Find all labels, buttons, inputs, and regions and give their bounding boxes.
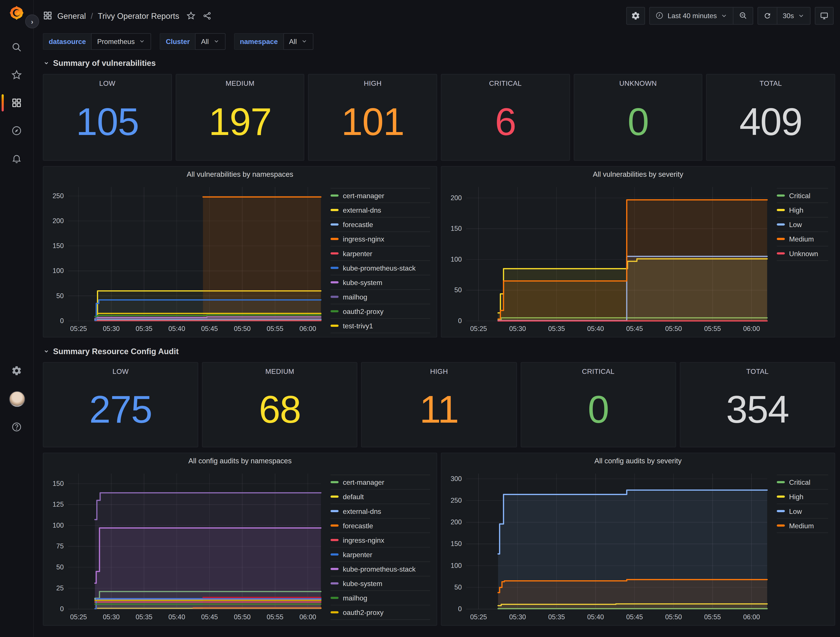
legend-item-mailhog[interactable]: mailhog (330, 590, 430, 605)
svg-text:0: 0 (458, 317, 462, 324)
legend-item-karpenter[interactable]: karpenter (330, 246, 430, 260)
legend-item-forecastle[interactable]: forecastle (330, 518, 430, 533)
share-icon[interactable] (202, 11, 212, 20)
time-series-plot[interactable]: 05010015020005:2505:3005:3505:4005:4505:… (444, 182, 772, 335)
legend-label: external-dns (343, 507, 381, 515)
sidebar-starred-icon[interactable] (0, 63, 33, 87)
legend-item-kube-system[interactable]: kube-system (330, 275, 430, 289)
tv-mode-button[interactable] (815, 7, 834, 24)
time-range-picker[interactable]: Last 40 minutes (650, 7, 733, 24)
variable-cluster-label[interactable]: Cluster (160, 33, 195, 50)
legend-item-test-trivy1[interactable]: test-trivy1 (330, 318, 430, 334)
legend-item-external-dns[interactable]: external-dns (330, 202, 430, 217)
stat-title: CRITICAL (582, 367, 614, 376)
svg-text:50: 50 (454, 286, 462, 294)
section-config-audit-header[interactable]: Summary Resource Config Audit (43, 343, 835, 359)
panel-title[interactable]: All config audits by namespaces (43, 453, 437, 468)
clock-icon (655, 11, 664, 20)
legend-item-oauth2-proxy[interactable]: oauth2-proxy (330, 304, 430, 318)
breadcrumb-dashboard-title[interactable]: Trivy Operator Reports (98, 11, 179, 20)
variable-namespace-label[interactable]: namespace (234, 33, 283, 50)
breadcrumb-folder[interactable]: General (57, 11, 86, 20)
variable-datasource-label[interactable]: datasource (43, 33, 91, 50)
panel-title[interactable]: All config audits by severity (441, 453, 835, 468)
legend-label: Medium (789, 235, 814, 243)
panel-title[interactable]: All vulnerabilities by severity (441, 167, 835, 182)
stat-panel-total: TOTAL354 (680, 362, 835, 447)
variable-datasource-value[interactable]: Prometheus (91, 33, 152, 50)
svg-text:75: 75 (56, 542, 64, 550)
variable-namespace-value[interactable]: All (283, 33, 313, 50)
legend-item-kube-prometheus-stack[interactable]: kube-prometheus-stack (330, 260, 430, 275)
breadcrumb: General / Trivy Operator Reports (43, 11, 211, 21)
legend-item-external-dns[interactable]: external-dns (330, 504, 430, 518)
legend-item-default[interactable]: default (330, 489, 430, 504)
legend-item-Medium[interactable]: Medium (777, 231, 828, 246)
stat-value: 275 (89, 376, 152, 447)
legend-item-oauth2-proxy[interactable]: oauth2-proxy (330, 605, 430, 620)
sidebar-dashboards-icon[interactable] (0, 91, 33, 115)
legend-label: Critical (789, 191, 810, 200)
star-dashboard-icon[interactable] (186, 11, 195, 20)
legend-item-Critical[interactable]: Critical (777, 188, 828, 202)
legend-swatch (330, 524, 339, 527)
sidebar-settings-icon[interactable] (0, 359, 33, 383)
stat-value: 354 (726, 376, 789, 447)
zoom-out-button[interactable] (733, 7, 753, 24)
stat-value: 105 (76, 87, 139, 160)
section-title: Summary of vulnerabilities (53, 58, 156, 67)
panel-vulnerabilities-by-severity: All vulnerabilities by severity 05010015… (441, 166, 835, 338)
legend-item-ingress-nginx[interactable]: ingress-nginx (330, 231, 430, 246)
legend-item-mailhog[interactable]: mailhog (330, 289, 430, 303)
refresh-button[interactable] (758, 7, 777, 24)
stat-value: 409 (739, 87, 802, 160)
legend-label: kube-system (343, 278, 382, 286)
chevron-down-icon (301, 38, 307, 44)
legend-label: cert-manager (343, 478, 384, 486)
legend-item-Medium[interactable]: Medium (777, 518, 828, 533)
sidebar-expand-button[interactable]: › (25, 14, 39, 28)
variable-datasource: datasource Prometheus (43, 33, 152, 50)
svg-text:05:55: 05:55 (267, 613, 284, 621)
legend-swatch (330, 495, 339, 498)
legend-swatch (330, 539, 339, 541)
section-vulnerabilities-header[interactable]: Summary of vulnerabilities (43, 55, 835, 71)
svg-text:150: 150 (451, 540, 462, 547)
panel-title[interactable]: All vulnerabilities by namespaces (43, 167, 437, 182)
stat-panel-medium: MEDIUM197 (175, 74, 304, 161)
section-title: Summary Resource Config Audit (53, 346, 178, 356)
user-avatar[interactable] (9, 391, 25, 407)
time-series-plot[interactable]: 025507510012515005:2505:3005:3505:4005:4… (46, 468, 325, 623)
grafana-logo-icon[interactable] (9, 5, 24, 21)
legend-item-forecastle[interactable]: forecastle (330, 217, 430, 231)
dashboard-settings-button[interactable] (626, 7, 645, 24)
legend-item-karpenter[interactable]: karpenter (330, 547, 430, 561)
breadcrumb-separator: / (91, 11, 93, 20)
legend-item-High[interactable]: High (777, 202, 828, 217)
legend-label: karpenter (343, 550, 372, 558)
time-series-plot[interactable]: 05010015020025030005:2505:3005:3505:4005… (444, 468, 772, 623)
legend-item-kube-system[interactable]: kube-system (330, 576, 430, 590)
legend-swatch (777, 209, 785, 211)
variable-cluster: Cluster All (160, 33, 225, 50)
legend-item-cert-manager[interactable]: cert-manager (330, 475, 430, 489)
legend-item-High[interactable]: High (777, 489, 828, 504)
sidebar-explore-icon[interactable] (0, 119, 33, 142)
sidebar-search-icon[interactable] (0, 35, 33, 59)
legend-item-Low[interactable]: Low (777, 504, 828, 518)
time-series-plot[interactable]: 05010015020025005:2505:3005:3505:4005:45… (46, 182, 325, 335)
variable-cluster-value[interactable]: All (195, 33, 225, 50)
sidebar-help-icon[interactable] (0, 415, 33, 439)
legend-item-Low[interactable]: Low (777, 217, 828, 231)
legend-item-ingress-nginx[interactable]: ingress-nginx (330, 533, 430, 547)
legend-item-kube-prometheus-stack[interactable]: kube-prometheus-stack (330, 561, 430, 576)
stat-value: 0 (588, 376, 609, 447)
sidebar-alerting-icon[interactable] (0, 147, 33, 171)
legend-item-Unknown[interactable]: Unknown (777, 246, 828, 261)
refresh-interval-picker[interactable]: 30s (777, 7, 810, 24)
legend-item-cert-manager[interactable]: cert-manager (330, 188, 430, 202)
svg-text:05:35: 05:35 (136, 325, 153, 332)
legend-label: High (789, 206, 804, 214)
legend-label: Medium (789, 522, 814, 530)
legend-item-Critical[interactable]: Critical (777, 475, 828, 489)
